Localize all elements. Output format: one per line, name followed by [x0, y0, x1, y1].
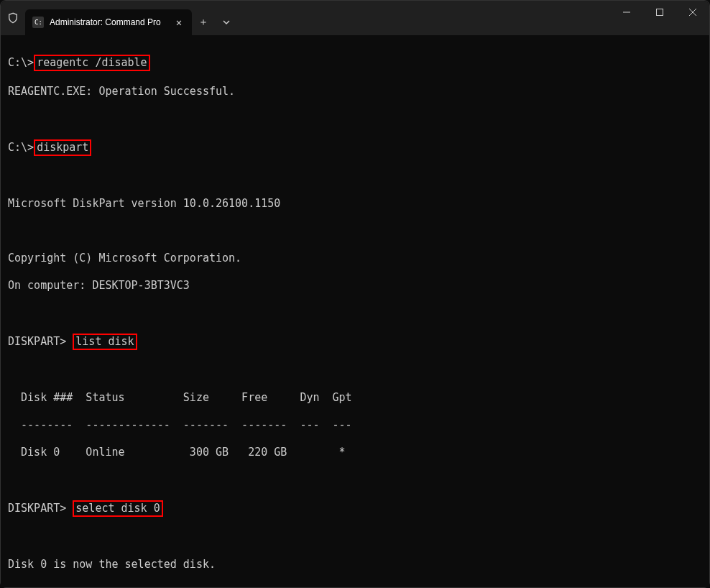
shield-icon: [1, 12, 25, 24]
window-controls: [610, 1, 709, 35]
output-line: Disk 0 is now the selected disk.: [8, 558, 702, 571]
output-line: Copyright (C) Microsoft Corporation.: [8, 252, 702, 265]
command-select-disk: select disk 0: [73, 500, 162, 517]
output-line: Microsoft DiskPart version 10.0.26100.11…: [8, 197, 702, 211]
tab-active[interactable]: C: Administrator: Command Pro ✕: [25, 9, 192, 35]
disk-table-separator: -------- ------------- ------- ------- -…: [8, 418, 702, 432]
cmd-icon: C:: [32, 17, 44, 28]
terminal-output[interactable]: C:\>reagentc /disable REAGENTC.EXE: Oper…: [1, 35, 709, 587]
command-diskpart: diskpart: [34, 139, 91, 156]
prompt: C:\>: [8, 56, 34, 69]
disk-table-row: Disk 0 Online 300 GB 220 GB *: [8, 446, 702, 459]
tab-close-button[interactable]: ✕: [173, 17, 185, 28]
titlebar: C: Administrator: Command Pro ✕ ＋: [1, 1, 709, 35]
tab-title: Administrator: Command Pro: [50, 17, 167, 27]
close-button[interactable]: [676, 1, 709, 24]
command-list-disk: list disk: [73, 334, 137, 350]
svg-text:C:: C:: [34, 19, 42, 26]
prompt: C:\>: [8, 141, 34, 154]
output-line: On computer: DESKTOP-3BT3VC3: [8, 279, 702, 293]
disk-table-header: Disk ### Status Size Free Dyn Gpt: [8, 391, 702, 405]
maximize-button[interactable]: [643, 1, 676, 24]
svg-rect-3: [657, 9, 663, 16]
titlebar-left: C: Administrator: Command Pro ✕ ＋: [1, 1, 238, 35]
diskpart-prompt: DISKPART>: [8, 335, 73, 348]
output-line: REAGENTC.EXE: Operation Successful.: [8, 85, 702, 98]
new-tab-button[interactable]: ＋: [192, 9, 215, 35]
tab-dropdown-button[interactable]: [215, 9, 238, 35]
minimize-button[interactable]: [610, 1, 643, 24]
diskpart-prompt: DISKPART>: [8, 502, 73, 515]
terminal-window: C: Administrator: Command Pro ✕ ＋: [0, 0, 710, 588]
command-reagentc: reagentc /disable: [34, 55, 150, 71]
